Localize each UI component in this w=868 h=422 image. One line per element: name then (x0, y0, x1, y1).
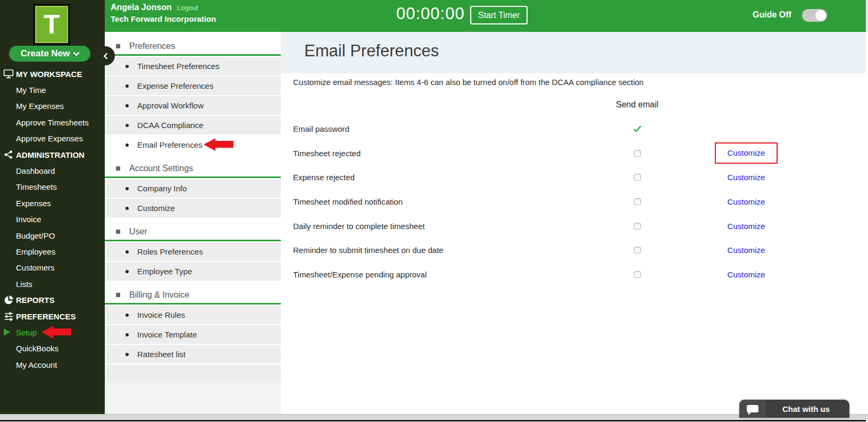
sidebar-item-administration[interactable]: ADMINISTRATION (0, 147, 105, 163)
send-email-cell (605, 124, 669, 134)
bullet-icon (126, 124, 129, 127)
logout-link[interactable]: Logout (177, 4, 198, 12)
submenu-item-company-info[interactable]: Company Info (105, 179, 281, 198)
toggle-knob (815, 10, 826, 21)
customize-link[interactable]: Customize (728, 197, 765, 206)
sidebar-item-invoice[interactable]: Invoice (0, 212, 105, 227)
square-bullet-icon (116, 44, 120, 48)
app-logo[interactable]: T (33, 4, 70, 45)
submenu-item-label: Approval Workflow (137, 101, 204, 110)
send-email-checkbox[interactable] (634, 174, 641, 181)
guide-off-label: Guide Off (753, 10, 791, 20)
sidebar-item-label: Lists (0, 280, 32, 289)
submenu-item-label: Roles Preferences (137, 247, 203, 256)
customize-link[interactable]: Customize (728, 246, 765, 255)
row-label: Timesheet/Expense pending approval (281, 270, 427, 279)
submenu-item-label: Invoice Template (137, 330, 197, 339)
preferences-submenu: Preferences Timesheet Preferences Expens… (105, 32, 281, 414)
monitor-icon (2, 68, 15, 80)
sidebar-item-budget-po[interactable]: Budget/PO (0, 227, 105, 243)
submenu-section-title: Preferences (129, 41, 175, 51)
submenu-item-customize[interactable]: Customize (105, 199, 281, 217)
sidebar-item-my-account[interactable]: My Account (0, 357, 105, 373)
submenu-section-title: Billing & Invoice (129, 290, 189, 300)
submenu-section-account-settings: Account Settings (105, 161, 281, 178)
sidebar-item-my-time[interactable]: My Time (0, 82, 105, 98)
submenu-item-expense-preferences[interactable]: Expense Preferences (105, 77, 281, 95)
customize-link[interactable]: Customize (728, 148, 765, 157)
sidebar-item-timesheets[interactable]: Timesheets (0, 179, 105, 195)
send-email-checkbox[interactable] (634, 223, 641, 230)
submenu-item-approval-workflow[interactable]: Approval Workflow (105, 96, 281, 115)
customize-link[interactable]: Customize (728, 173, 765, 182)
sidebar-item-label: Invoice (0, 215, 41, 224)
sidebar-nav: MY WORKSPACE My Time My Expenses Approve… (0, 66, 105, 373)
sidebar-item-label: Expenses (0, 199, 51, 208)
row-label: Timesheet rejected (281, 149, 361, 158)
submenu-empty-row (105, 365, 281, 383)
sidebar-item-my-expenses[interactable]: My Expenses (0, 98, 105, 114)
page-header-band: Email Preferences (281, 32, 866, 73)
sidebar-item-label: Approve Timesheets (0, 118, 89, 127)
sidebar-item-label: Employees (0, 247, 55, 256)
submenu-item-timesheet-preferences[interactable]: Timesheet Preferences (105, 57, 281, 75)
submenu-item-email-preferences[interactable]: Email Preferences (105, 136, 281, 154)
create-new-button[interactable]: Create New (9, 46, 90, 62)
send-email-checkbox[interactable] (634, 150, 641, 157)
send-email-checkbox[interactable] (634, 198, 641, 205)
bullet-icon (126, 270, 129, 273)
sidebar-item-approve-expenses[interactable]: Approve Expenses (0, 131, 105, 147)
collapse-sidebar-button[interactable] (96, 46, 115, 65)
submenu-item-label: Expense Preferences (137, 81, 213, 90)
sidebar-item-dashboard[interactable]: Dashboard (0, 163, 105, 179)
bullet-icon (126, 250, 129, 254)
user-block: Angela Jonson Logout Tech Forward Incorp… (111, 3, 216, 23)
red-highlight-box: Customize (715, 142, 778, 164)
bullet-icon (126, 207, 129, 210)
sidebar-item-approve-timesheets[interactable]: Approve Timesheets (0, 114, 105, 130)
send-email-checkbox[interactable] (634, 247, 641, 254)
sidebar-item-preferences[interactable]: PREFERENCES (0, 308, 105, 324)
user-name: Angela Jonson (111, 3, 172, 12)
bullet-icon (126, 104, 129, 107)
horizontal-scrollbar[interactable] (0, 414, 868, 419)
page-title: Email Preferences (304, 41, 439, 61)
submenu-item-dcaa-compliance[interactable]: DCAA Compliance (105, 116, 281, 134)
sidebar-item-quickbooks[interactable]: QuickBooks (0, 341, 105, 357)
sidebar-item-label: My Account (0, 360, 57, 369)
logo-letter: T (44, 11, 60, 38)
submenu-item-label: Email Preferences (137, 140, 203, 149)
bullet-icon (126, 187, 129, 190)
submenu-item-label: Company Info (137, 184, 187, 193)
table-row-email-password: Email password (281, 117, 866, 141)
sidebar-item-my-workspace[interactable]: MY WORKSPACE (0, 66, 105, 82)
sidebar-item-label: Dashboard (0, 166, 55, 175)
submenu-section-title: Account Settings (129, 164, 193, 173)
sidebar-item-reports[interactable]: REPORTS (0, 292, 105, 308)
submenu-item-invoice-template[interactable]: Invoice Template (105, 325, 281, 344)
start-timer-button[interactable]: Start Timer (470, 6, 528, 24)
row-label: Reminder to submit timesheet on due date (281, 246, 444, 255)
sidebar-item-setup[interactable]: Setup (0, 324, 105, 340)
submenu-item-employee-type[interactable]: Employee Type (105, 262, 281, 281)
sidebar-item-lists[interactable]: Lists (0, 276, 105, 292)
submenu-item-label: Timesheet Preferences (137, 62, 220, 71)
submenu-item-ratesheet-list[interactable]: Ratesheet list (105, 345, 281, 364)
customize-link[interactable]: Customize (728, 270, 765, 279)
square-bullet-icon (116, 230, 120, 234)
submenu-item-invoice-rules[interactable]: Invoice Rules (105, 306, 281, 324)
sidebar-item-employees[interactable]: Employees (0, 243, 105, 259)
customize-link[interactable]: Customize (728, 222, 765, 231)
send-email-checkbox[interactable] (634, 271, 641, 278)
pie-chart-icon (2, 294, 15, 306)
play-triangle-icon (4, 328, 10, 336)
sidebar-item-label: Timesheets (0, 182, 57, 191)
submenu-section-billing-invoice: Billing & Invoice (105, 287, 281, 305)
chat-widget[interactable]: Chat with us (739, 400, 849, 418)
sidebar-item-expenses[interactable]: Expenses (0, 195, 105, 211)
submenu-item-roles-preferences[interactable]: Roles Preferences (105, 242, 281, 261)
sidebar-item-label: My Time (0, 86, 46, 95)
bullet-icon (126, 65, 129, 68)
guide-toggle[interactable] (802, 9, 827, 22)
sidebar-item-customers[interactable]: Customers (0, 260, 105, 276)
